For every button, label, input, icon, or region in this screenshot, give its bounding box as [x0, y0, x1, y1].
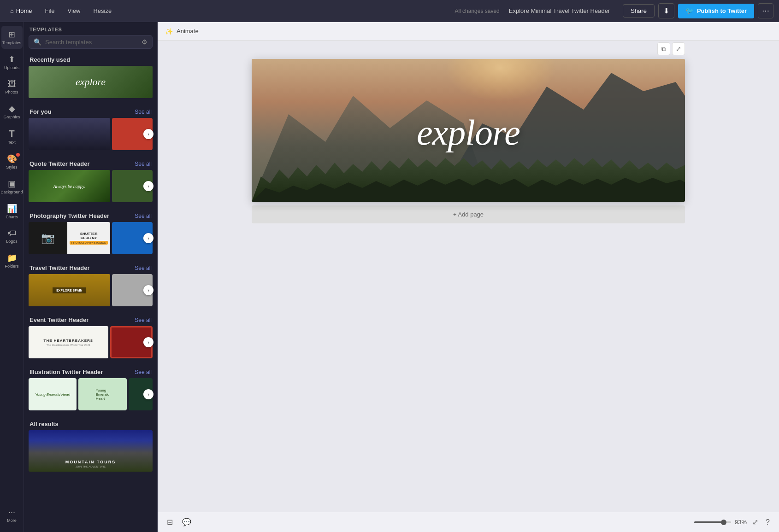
section-illustration-twitter: Illustration Twitter Header See all Youn…	[24, 366, 157, 410]
graphics-icon: ◆	[9, 104, 15, 114]
resize-label: Resize	[93, 7, 112, 14]
expand-canvas-button[interactable]: ⤢	[672, 42, 685, 55]
zoom-slider[interactable]	[694, 521, 731, 523]
section-event-twitter: Event Twitter Header See all THE HEARTBR…	[24, 314, 157, 358]
section-title-event: Event Twitter Header	[30, 316, 89, 323]
section-header-all-results: All results	[24, 418, 157, 430]
section-title-photography: Photography Twitter Header	[30, 212, 109, 219]
illus-pattern-template-thumb[interactable]: YoungEmeraldHeart	[78, 378, 126, 410]
event-see-all[interactable]: See all	[135, 317, 152, 323]
sidebar-item-graphics[interactable]: ◆ Graphics	[1, 100, 23, 123]
design-canvas[interactable]: explore	[252, 59, 685, 202]
add-page-bar[interactable]: + Add page	[252, 205, 685, 223]
animate-icon: ✨	[165, 28, 173, 35]
text-label: Text	[8, 140, 16, 145]
event-next-button[interactable]: ›	[143, 337, 153, 347]
sidebar-item-styles[interactable]: 🎨 Styles	[1, 150, 23, 173]
templates-label: Templates	[2, 41, 21, 45]
section-header-for-you: For you See all	[24, 105, 157, 118]
illustration-next-button[interactable]: ›	[143, 389, 153, 399]
share-button[interactable]: Share	[623, 4, 655, 18]
home-button[interactable]: ⌂ Home	[6, 6, 37, 16]
for-you-next-button[interactable]: ›	[143, 129, 153, 139]
sidebar-item-background[interactable]: ▣ Background	[1, 175, 23, 198]
sidebar-item-logos[interactable]: 🏷 Logos	[1, 225, 23, 247]
travel-see-all[interactable]: See all	[135, 265, 152, 271]
explore-thumb-text: explore	[76, 76, 106, 88]
road-template-thumb[interactable]	[29, 118, 110, 150]
section-all-results: All results MOUNTAIN TOURS JOIN THE ADVE…	[24, 418, 157, 472]
styles-icon: 🎨	[7, 154, 17, 164]
travel-next-button[interactable]: ›	[143, 285, 153, 295]
illustration-see-all[interactable]: See all	[135, 369, 152, 375]
camera-icon: 📷	[41, 232, 55, 245]
search-bar[interactable]: 🔍 ⚙	[29, 35, 153, 49]
sidebar-item-templates[interactable]: ⊞ Templates	[1, 26, 23, 49]
filter-icon[interactable]: ⚙	[142, 38, 148, 46]
publish-label: Publish to Twitter	[697, 7, 747, 14]
folders-label: Folders	[5, 264, 18, 269]
nature-template-thumb[interactable]: Always be happy.	[29, 170, 110, 202]
resize-menu-button[interactable]: Resize	[89, 6, 116, 16]
canvas-area: ✨ Animate ⧉ ⤢	[158, 22, 779, 532]
view-menu-button[interactable]: View	[63, 6, 85, 16]
sidebar-item-folders[interactable]: 📁 Folders	[1, 249, 23, 272]
photography-next-button[interactable]: ›	[143, 233, 153, 243]
panel-scroll: Recently used explore For you See all	[24, 53, 157, 532]
for-you-row: ›	[24, 118, 157, 150]
templates-icon: ⊞	[8, 29, 15, 40]
sidebar-item-charts[interactable]: 📊 Charts	[1, 200, 23, 223]
nature-thumb-text: Always be happy.	[53, 184, 85, 189]
graphics-label: Graphics	[3, 115, 20, 119]
publish-twitter-button[interactable]: 🐦 Publish to Twitter	[678, 4, 754, 18]
canvas-scroll[interactable]: ⧉ ⤢	[158, 41, 779, 512]
camera-badge-text: PHOTOGRAPHY STUDIOS	[70, 241, 108, 245]
background-icon: ▣	[8, 179, 16, 189]
charts-icon: 📊	[7, 204, 17, 214]
spain-template-thumb[interactable]: EXPLORE SPAIN	[29, 274, 110, 306]
sidebar-item-photos[interactable]: 🖼 Photos	[1, 76, 23, 98]
file-menu-button[interactable]: File	[41, 6, 59, 16]
section-quote-twitter: Quote Twitter Header See all Always be h…	[24, 158, 157, 202]
event-template-thumb[interactable]: THE HEARTBREAKERS The Heartbreakers Worl…	[29, 326, 108, 358]
quote-see-all[interactable]: See all	[135, 161, 152, 167]
sidebar-item-uploads[interactable]: ⬆ Uploads	[1, 51, 23, 74]
expand-icon: ⤢	[676, 45, 681, 53]
camera-club-text: CLUB NY	[81, 236, 97, 240]
photography-row: 📷 SHUTTER CLUB NY PHOTOGRAPHY STUDIOS ›	[24, 222, 157, 254]
document-title: Explore Minimal Travel Twitter Header	[509, 7, 610, 14]
help-button[interactable]: ?	[764, 516, 772, 528]
copy-canvas-button[interactable]: ⧉	[657, 42, 670, 55]
styles-label: Styles	[6, 165, 18, 170]
photography-see-all[interactable]: See all	[135, 213, 152, 219]
sidebar-item-text[interactable]: T Text	[1, 125, 23, 148]
more-options-icon: ···	[8, 508, 15, 517]
camera-title-text: SHUTTER	[80, 232, 98, 236]
zoom-slider-thumb[interactable]	[721, 520, 726, 525]
section-header-recently-used: Recently used	[24, 53, 157, 66]
download-button[interactable]: ⬇	[658, 3, 674, 18]
top-navigation: ⌂ Home File View Resize All changes save…	[0, 0, 779, 22]
search-input[interactable]	[45, 39, 138, 46]
page-nav-button[interactable]: ⊟	[165, 516, 175, 528]
sidebar-item-more[interactable]: ··· More	[1, 504, 23, 526]
animate-label[interactable]: Animate	[177, 28, 199, 35]
zoom-fit-button[interactable]: ⤢	[750, 516, 760, 528]
canvas-design-text[interactable]: explore	[417, 112, 520, 153]
zoom-slider-fill	[694, 521, 722, 523]
camera-template-thumb[interactable]: 📷 SHUTTER CLUB NY PHOTOGRAPHY STUDIOS	[29, 222, 110, 254]
section-title-illustration: Illustration Twitter Header	[30, 368, 103, 375]
illus-green-template-thumb[interactable]: Young Emerald Heart	[29, 378, 77, 410]
notes-button[interactable]: 💬	[180, 516, 193, 528]
quote-next-button[interactable]: ›	[143, 181, 153, 191]
view-label: View	[68, 7, 81, 14]
all-results-row: MOUNTAIN TOURS JOIN THE ADVENTURE	[24, 430, 157, 472]
photos-label: Photos	[5, 90, 18, 94]
quote-row: Always be happy. ›	[24, 170, 157, 202]
mountain-template-thumb[interactable]: MOUNTAIN TOURS JOIN THE ADVENTURE	[29, 430, 153, 472]
explore-template-thumb[interactable]: explore	[29, 66, 153, 98]
for-you-see-all[interactable]: See all	[135, 109, 152, 115]
more-options-button[interactable]: ⋯	[758, 3, 773, 18]
download-icon: ⬇	[663, 7, 669, 15]
uploads-icon: ⬆	[8, 54, 15, 64]
